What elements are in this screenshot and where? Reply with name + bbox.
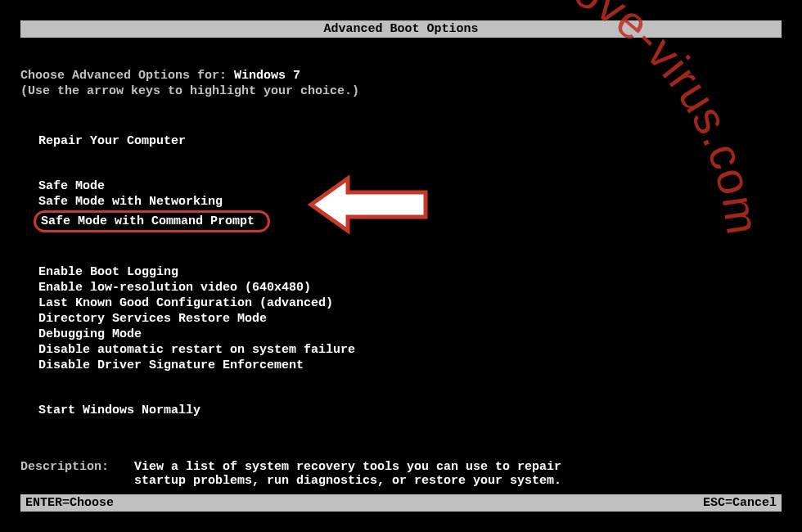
menu-item-safemode-networking[interactable]: Safe Mode with Networking <box>38 195 782 209</box>
menu-group-4: Start Windows Normally <box>38 404 782 417</box>
boot-menu: Repair Your Computer Safe Mode Safe Mode… <box>20 134 782 417</box>
menu-group-2: Safe Mode Safe Mode with Networking Safe… <box>38 179 782 234</box>
description-text: View a list of system recovery tools you… <box>134 460 592 488</box>
menu-group-1: Repair Your Computer <box>38 134 782 148</box>
menu-item-safemode[interactable]: Safe Mode <box>38 179 782 193</box>
instruction-line-2: (Use the arrow keys to highlight your ch… <box>20 84 782 98</box>
menu-item-normal[interactable]: Start Windows Normally <box>38 404 782 417</box>
footer-esc: ESC=Cancel <box>703 496 777 510</box>
title-bar: Advanced Boot Options <box>20 20 782 38</box>
description-label: Description: <box>20 460 127 474</box>
menu-item-lowres[interactable]: Enable low-resolution video (640x480) <box>38 281 782 295</box>
title-text: Advanced Boot Options <box>323 22 478 36</box>
instruction-group: Choose Advanced Options for: Windows 7 (… <box>20 69 782 98</box>
menu-item-repair[interactable]: Repair Your Computer <box>38 134 782 148</box>
menu-item-directory[interactable]: Directory Services Restore Mode <box>38 312 782 326</box>
os-name: Windows 7 <box>234 69 300 83</box>
menu-item-bootlogging[interactable]: Enable Boot Logging <box>38 265 782 279</box>
menu-item-lastknown[interactable]: Last Known Good Configuration (advanced) <box>38 296 782 310</box>
instruction-prefix: Choose Advanced Options for: <box>20 69 234 83</box>
menu-item-safemode-cmd[interactable]: Safe Mode with Command Prompt <box>34 210 270 232</box>
menu-item-disableauto[interactable]: Disable automatic restart on system fail… <box>38 343 782 357</box>
menu-item-debugging[interactable]: Debugging Mode <box>38 327 782 341</box>
description-section: Description: View a list of system recov… <box>20 460 782 488</box>
instruction-line-1: Choose Advanced Options for: Windows 7 <box>20 69 782 83</box>
footer-enter: ENTER=Choose <box>25 496 114 510</box>
menu-item-disabledriver[interactable]: Disable Driver Signature Enforcement <box>38 358 782 372</box>
footer-bar: ENTER=Choose ESC=Cancel <box>20 494 782 512</box>
menu-group-3: Enable Boot Logging Enable low-resolutio… <box>38 265 782 372</box>
